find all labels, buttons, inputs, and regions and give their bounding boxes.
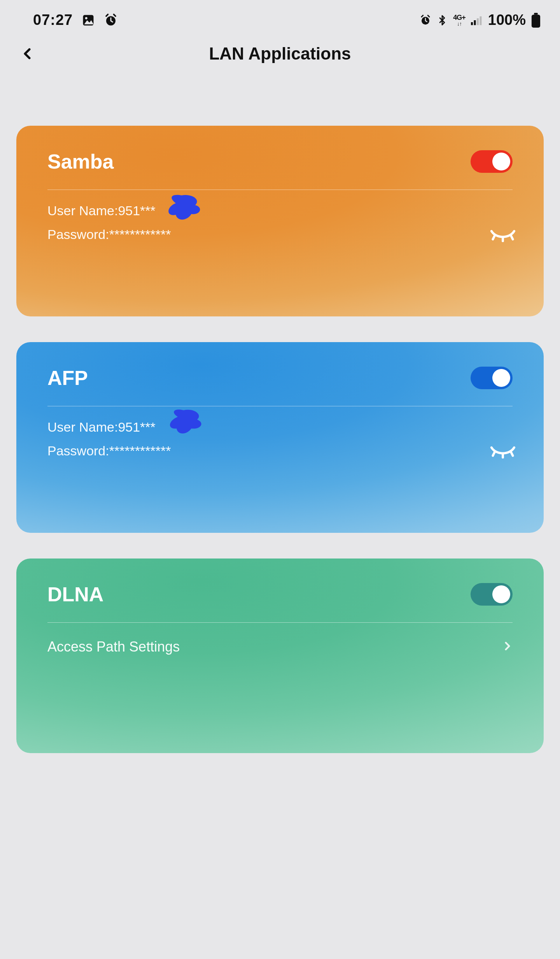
dlna-title: DLNA [47, 583, 103, 606]
alarm-icon [104, 13, 118, 27]
svg-point-1 [85, 17, 88, 19]
access-path-label: Access Path Settings [47, 639, 180, 655]
samba-card: Samba User Name: 951*** Password: ******… [16, 126, 544, 316]
status-left: 07:27 [33, 12, 118, 28]
chevron-left-icon [21, 45, 34, 63]
dlna-access-path-row[interactable]: Access Path Settings [47, 636, 513, 655]
chevron-right-icon [502, 638, 513, 655]
afp-password-row: Password: ************ [47, 443, 513, 458]
afp-toggle[interactable] [471, 367, 513, 389]
afp-credentials: User Name: 951*** Password: ************ [47, 420, 513, 458]
alarm-small-icon [420, 14, 431, 26]
svg-rect-9 [532, 14, 540, 27]
samba-username-row: User Name: 951*** [47, 203, 513, 218]
svg-line-12 [511, 236, 513, 239]
svg-line-13 [493, 452, 495, 456]
svg-rect-6 [477, 18, 479, 25]
username-label: User Name: [47, 420, 118, 435]
password-label: Password: [47, 443, 109, 458]
page-header: LAN Applications [0, 32, 560, 75]
back-button[interactable] [16, 42, 39, 65]
svg-line-15 [511, 452, 513, 456]
divider [47, 190, 513, 190]
svg-line-10 [493, 236, 495, 239]
status-bar: 07:27 4G+ ↓↑ 100% [0, 0, 560, 32]
eye-closed-icon [489, 227, 516, 242]
samba-card-head: Samba [47, 150, 513, 173]
afp-password-value: ************ [109, 443, 171, 458]
gallery-icon [81, 13, 95, 27]
cards-container: Samba User Name: 951*** Password: ******… [0, 75, 560, 753]
dlna-card: DLNA Access Path Settings [16, 559, 544, 753]
username-label: User Name: [47, 203, 118, 218]
signal-icon [471, 15, 483, 25]
afp-card-head: AFP [47, 366, 513, 390]
afp-username-value: 951*** [118, 420, 155, 435]
samba-password-value: ************ [109, 227, 171, 242]
battery-percent: 100% [488, 12, 526, 28]
afp-card: AFP User Name: 951*** Password: ********… [16, 342, 544, 533]
divider [47, 622, 513, 623]
samba-credentials: User Name: 951*** Password: ************ [47, 203, 513, 242]
network-4g-icon: 4G+ ↓↑ [453, 14, 466, 26]
dlna-card-head: DLNA [47, 583, 513, 606]
samba-title: Samba [47, 150, 114, 173]
page-title: LAN Applications [209, 44, 351, 63]
battery-icon [531, 13, 541, 28]
svg-rect-5 [474, 20, 476, 25]
status-time: 07:27 [33, 12, 73, 28]
afp-username-row: User Name: 951*** [47, 420, 513, 435]
afp-title: AFP [47, 366, 88, 390]
samba-visibility-toggle[interactable] [489, 227, 516, 245]
eye-closed-icon [489, 443, 516, 458]
divider [47, 406, 513, 406]
bluetooth-icon [437, 14, 448, 27]
dlna-toggle[interactable] [471, 583, 513, 606]
status-right: 4G+ ↓↑ 100% [420, 12, 541, 28]
svg-rect-7 [480, 16, 481, 25]
samba-toggle[interactable] [471, 150, 513, 173]
afp-visibility-toggle[interactable] [489, 443, 516, 462]
samba-password-row: Password: ************ [47, 227, 513, 242]
samba-username-value: 951*** [118, 203, 155, 218]
svg-rect-8 [534, 13, 538, 15]
password-label: Password: [47, 227, 109, 242]
svg-rect-4 [471, 22, 473, 25]
